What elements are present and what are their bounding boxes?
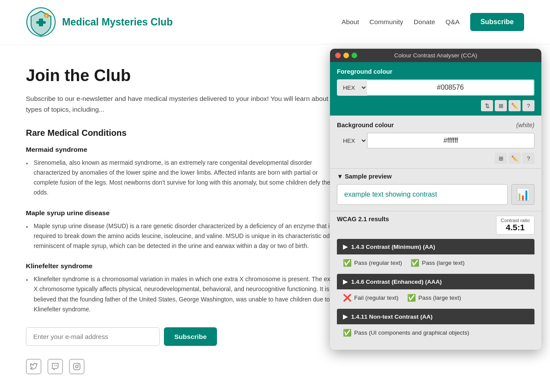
- nav-community[interactable]: Community: [369, 18, 403, 26]
- fg-help-icon[interactable]: ?: [522, 100, 534, 111]
- pass-icon: ✅: [407, 294, 416, 302]
- background-section: Background colour (white) HEX ⊞ ✏️ ?: [330, 116, 541, 168]
- result-1-4-11-ui: ✅ Pass (UI components and graphical obje…: [343, 329, 469, 337]
- nav-qa[interactable]: Q&A: [446, 18, 460, 26]
- fg-grid-icon[interactable]: ⊞: [495, 100, 507, 111]
- foreground-section: Foreground colour HEX ⇅ ⊞ ✏️ ?: [330, 62, 541, 116]
- condition-maple-text: Maple syrup urine disease (MSUD) is a ra…: [34, 221, 341, 251]
- bullet-icon: ▪: [26, 222, 30, 251]
- result-1-4-6-large: ✅ Pass (large text): [407, 294, 461, 302]
- window-controls: [335, 53, 357, 58]
- social-icons: [26, 359, 341, 374]
- bar-chart-icon: 📊: [516, 188, 530, 201]
- section-title: Rare Medical Conditions: [26, 128, 341, 138]
- bg-grid-icon[interactable]: ⊞: [495, 153, 507, 164]
- nav-subscribe-button[interactable]: Subscribe: [470, 13, 524, 31]
- svg-rect-7: [74, 364, 80, 370]
- background-label: Background colour: [337, 122, 394, 129]
- close-dot[interactable]: [335, 53, 341, 58]
- preview-content: example text showing contrast 📊: [337, 184, 534, 205]
- twitter-icon[interactable]: [26, 359, 41, 374]
- fg-hex-input[interactable]: [367, 79, 534, 96]
- result-1-4-11-ui-text: Pass (UI components and graphical object…: [354, 329, 469, 336]
- accordion-1-4-3-header[interactable]: ▶ 1.4.3 Contrast (Minimum) (AA): [337, 239, 534, 254]
- condition-klinefelter-text: Klinefelter syndrome is a chromosomal va…: [34, 274, 341, 314]
- sample-preview-label[interactable]: ▼ Sample preview: [337, 173, 534, 180]
- accordion-1-4-11: ▶ 1.4.11 Non-text Contrast (AA) ✅ Pass (…: [337, 309, 534, 341]
- condition-klinefelter: Klinefelter syndrome ▪ Klinefelter syndr…: [26, 262, 341, 314]
- bg-icon-row: ⊞ ✏️ ?: [337, 153, 534, 164]
- accordion-1-4-6: ▶ 1.4.6 Contrast (Enhanced) (AAA) ❌ Fail…: [337, 274, 534, 306]
- condition-maple: Maple syrup urine disease ▪ Maple syrup …: [26, 209, 341, 251]
- bg-format-select[interactable]: HEX: [337, 133, 367, 148]
- bg-input-row: HEX: [337, 133, 534, 148]
- maximize-dot[interactable]: [352, 53, 357, 58]
- svg-point-8: [75, 365, 78, 368]
- condition-maple-item: ▪ Maple syrup urine disease (MSUD) is a …: [26, 221, 341, 251]
- condition-mermaid: Mermaid syndrome ▪ Sirenomelia, also kno…: [26, 146, 341, 198]
- fg-icon-row: ⇅ ⊞ ✏️ ?: [337, 100, 534, 111]
- accordion-1-4-3-body: ✅ Pass (regular text) ✅ Pass (large text…: [337, 254, 534, 271]
- condition-mermaid-item: ▪ Sirenomelia, also known as mermaid syn…: [26, 158, 341, 198]
- nav-donate[interactable]: Donate: [414, 18, 435, 26]
- logo-text: Medical Mysteries Club: [62, 16, 173, 28]
- subscribe-form: Subscribe: [26, 327, 341, 346]
- bg-white-label: (white): [516, 122, 534, 129]
- intro-text: Subscribe to our e-newsletter and have m…: [26, 94, 341, 115]
- condition-mermaid-text: Sirenomelia, also known as mermaid syndr…: [34, 158, 341, 198]
- contrast-ratio-label: Contrast ratio: [501, 218, 530, 223]
- accordion-1-4-11-body: ✅ Pass (UI components and graphical obje…: [337, 324, 534, 341]
- instagram-icon[interactable]: [69, 359, 85, 374]
- fg-picker-icon[interactable]: ✏️: [509, 100, 521, 111]
- fail-icon: ❌: [343, 294, 352, 302]
- site-header: $ Medical Mysteries Club About Community…: [0, 0, 550, 44]
- chart-button[interactable]: 📊: [511, 184, 534, 205]
- nav-about[interactable]: About: [342, 18, 359, 26]
- fg-format-select[interactable]: HEX: [337, 79, 367, 96]
- accordion-1-4-3: ▶ 1.4.3 Contrast (Minimum) (AA) ✅ Pass (…: [337, 239, 534, 271]
- logo-icon: $: [26, 7, 56, 37]
- pass-icon: ✅: [343, 259, 352, 267]
- cca-body: Foreground colour HEX ⇅ ⊞ ✏️ ? Backgro: [330, 62, 541, 350]
- email-input[interactable]: [26, 327, 160, 346]
- accordion-1-4-6-arrow: ▶: [343, 278, 348, 285]
- accordion-1-4-6-header[interactable]: ▶ 1.4.6 Contrast (Enhanced) (AAA): [337, 274, 534, 289]
- wcag-title: WCAG 2.1 results: [337, 216, 389, 223]
- condition-mermaid-title: Mermaid syndrome: [26, 146, 341, 154]
- bg-hex-input[interactable]: [367, 133, 534, 148]
- minimize-dot[interactable]: [343, 53, 349, 58]
- contrast-ratio-box: Contrast ratio 4.5:1: [496, 216, 534, 235]
- fg-swap-icon[interactable]: ⇅: [481, 100, 493, 111]
- sample-text: example text showing contrast: [337, 184, 508, 205]
- result-1-4-6-large-text: Pass (large text): [418, 295, 461, 301]
- accordion-1-4-3-arrow: ▶: [343, 243, 348, 250]
- wcag-header: WCAG 2.1 results Contrast ratio 4.5:1: [337, 216, 534, 235]
- sample-preview-section: ▼ Sample preview example text showing co…: [330, 168, 541, 211]
- result-1-4-3-large: ✅ Pass (large text): [411, 259, 465, 267]
- svg-rect-2: [36, 21, 46, 24]
- result-1-4-3-large-text: Pass (large text): [422, 260, 465, 266]
- accordion-1-4-11-title: 1.4.11 Non-text Contrast (AA): [351, 314, 433, 320]
- svg-point-9: [79, 365, 79, 365]
- bullet-icon: ▪: [26, 159, 30, 198]
- accordion-1-4-6-title: 1.4.6 Contrast (Enhanced) (AAA): [351, 279, 442, 285]
- main-nav: About Community Donate Q&A Subscribe: [342, 13, 524, 31]
- main-content: Join the Club Subscribe to our e-newslet…: [0, 44, 550, 392]
- foreground-label: Foreground colour: [337, 68, 534, 75]
- subscribe-button[interactable]: Subscribe: [164, 327, 217, 346]
- result-1-4-6-regular-text: Fail (regular text): [354, 295, 399, 301]
- bg-help-icon[interactable]: ?: [522, 153, 534, 164]
- condition-klinefelter-title: Klinefelter syndrome: [26, 262, 341, 270]
- contrast-ratio-value: 4.5:1: [501, 223, 530, 232]
- result-1-4-6-regular: ❌ Fail (regular text): [343, 294, 399, 302]
- cca-window-title: Colour Contrast Analyser (CCA): [394, 52, 478, 59]
- twitch-icon[interactable]: [47, 359, 63, 374]
- condition-klinefelter-item: ▪ Klinefelter syndrome is a chromosomal …: [26, 274, 341, 314]
- accordion-1-4-6-body: ❌ Fail (regular text) ✅ Pass (large text…: [337, 289, 534, 306]
- bg-picker-icon[interactable]: ✏️: [509, 153, 521, 164]
- pass-icon: ✅: [411, 259, 419, 267]
- cca-titlebar: Colour Contrast Analyser (CCA): [330, 49, 541, 62]
- wcag-results-section: WCAG 2.1 results Contrast ratio 4.5:1 ▶ …: [330, 211, 541, 350]
- cca-window: Colour Contrast Analyser (CCA) Foregroun…: [330, 49, 541, 350]
- accordion-1-4-11-header[interactable]: ▶ 1.4.11 Non-text Contrast (AA): [337, 309, 534, 324]
